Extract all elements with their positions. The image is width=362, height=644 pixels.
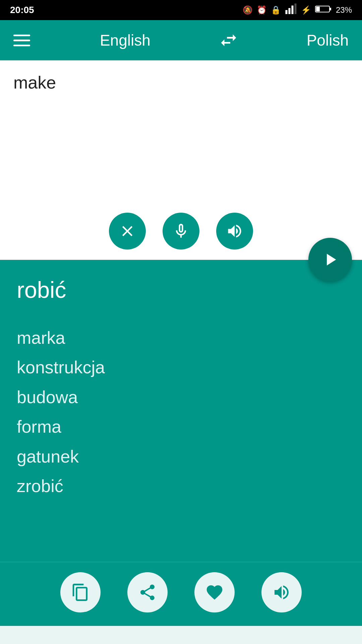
alarm-icon: ⏰ [257, 5, 267, 15]
share-button[interactable] [127, 572, 168, 612]
copy-button[interactable] [60, 572, 101, 612]
input-section: make [0, 60, 362, 260]
secondary-translations: marka konstrukcja budowa forma gatunek z… [17, 323, 345, 501]
bottom-action-bar [0, 562, 362, 626]
menu-line-2 [13, 40, 30, 41]
secondary-line-4: forma [17, 417, 61, 436]
notification-icon: 🔕 [243, 5, 253, 15]
clear-button[interactable] [109, 213, 146, 250]
toolbar: English Polish [0, 20, 362, 60]
battery-icon [315, 4, 332, 16]
charging-icon: ⚡ [301, 5, 311, 15]
lock-icon: 🔒 [271, 5, 281, 15]
signal-icon [285, 3, 297, 17]
status-bar: 20:05 🔕 ⏰ 🔒 ⚡ [0, 0, 362, 20]
status-icons: 🔕 ⏰ 🔒 ⚡ [243, 3, 352, 17]
translate-fab-button[interactable] [308, 238, 352, 281]
svg-rect-2 [291, 6, 293, 14]
source-language[interactable]: English [100, 31, 150, 49]
swap-languages-button[interactable] [217, 29, 240, 52]
svg-rect-3 [294, 4, 296, 14]
microphone-button[interactable] [163, 213, 199, 250]
battery-percent: 23% [336, 5, 352, 15]
menu-line-1 [13, 35, 30, 36]
svg-rect-6 [316, 7, 320, 11]
favorite-button[interactable] [194, 572, 235, 612]
svg-rect-1 [288, 8, 290, 14]
secondary-line-5: gatunek [17, 447, 79, 466]
svg-rect-0 [285, 10, 287, 14]
primary-translation: robić [17, 277, 345, 303]
result-section: robić marka konstrukcja budowa forma gat… [0, 260, 362, 562]
sound-button[interactable] [261, 572, 302, 612]
menu-button[interactable] [13, 30, 34, 50]
speaker-button[interactable] [216, 213, 253, 250]
secondary-line-6: zrobić [17, 476, 63, 496]
input-controls [13, 206, 349, 253]
secondary-line-1: marka [17, 328, 65, 347]
secondary-line-3: budowa [17, 387, 78, 407]
svg-rect-5 [330, 8, 331, 10]
secondary-line-2: konstrukcja [17, 358, 105, 377]
menu-line-3 [13, 45, 30, 46]
status-time: 20:05 [10, 5, 34, 15]
target-language[interactable]: Polish [307, 31, 349, 49]
source-text-input[interactable]: make [13, 70, 349, 205]
